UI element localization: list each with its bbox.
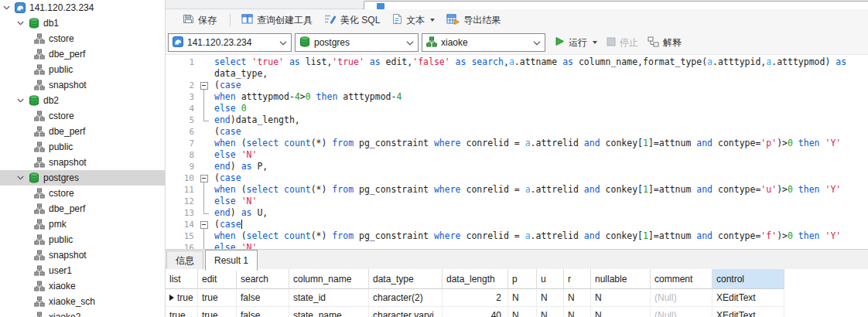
export-results-button[interactable]: 导出结果: [446, 13, 501, 27]
editor-code-text: when (select count(*) from pg_constraint…: [211, 138, 841, 149]
grid-cell-search[interactable]: false: [237, 289, 289, 307]
tree-item-xiaoke[interactable]: xiaoke: [0, 278, 165, 294]
tree-item-141-120-23-234[interactable]: 141.120.23.234: [0, 0, 165, 15]
expand-chevron-icon[interactable]: [16, 174, 24, 182]
grid-cell-comment[interactable]: (Null): [651, 307, 713, 317]
result-tab-result-1[interactable]: Result 1: [205, 250, 258, 271]
fold-marker-icon: [199, 114, 211, 126]
connection-select[interactable]: 141.120.23.234: [168, 33, 292, 52]
grid-header-data_length[interactable]: data_length: [443, 269, 508, 289]
tree-item-public[interactable]: public: [0, 139, 165, 155]
editor-line-10[interactable]: 10(case: [166, 172, 868, 184]
grid-cell-edit[interactable]: true: [198, 307, 237, 317]
run-button[interactable]: 运行: [555, 36, 597, 49]
grid-cell-value: N: [512, 310, 519, 317]
tree-item-xiaoke2[interactable]: xiaoke2: [0, 309, 165, 317]
editor-line-1[interactable]: 1select 'true' as list,'true' as edit,'f…: [166, 56, 868, 68]
editor-line-9[interactable]: 9end) as P,: [166, 161, 868, 172]
editor-line-4[interactable]: 4else 0: [166, 103, 868, 114]
grid-cell-edit[interactable]: true: [198, 289, 237, 307]
grid-header-comment[interactable]: comment: [651, 269, 713, 289]
grid-cell-search[interactable]: false: [237, 307, 289, 317]
tree-item-postgres[interactable]: postgres: [0, 170, 165, 186]
editor-line-8[interactable]: 8else 'N': [166, 149, 868, 161]
editor-line-7[interactable]: 7when (select count(*) from pg_constrain…: [166, 138, 868, 149]
grid-header-column_name[interactable]: column_name: [289, 269, 369, 289]
grid-cell-r[interactable]: N: [564, 289, 591, 307]
tree-item-snapshot[interactable]: snapshot: [0, 155, 165, 170]
database-select[interactable]: postgres: [295, 33, 419, 52]
grid-header-p[interactable]: p: [508, 269, 537, 289]
fold-marker-icon[interactable]: [199, 219, 211, 230]
tree-item-snapshot[interactable]: snapshot: [0, 77, 165, 93]
query-document-tab[interactable]: [364, 1, 868, 9]
grid-cell-nullable[interactable]: N: [591, 307, 651, 317]
grid-cell-column_name[interactable]: state_id: [289, 289, 369, 307]
result-tab--[interactable]: 信息: [166, 251, 203, 270]
grid-header-nullable[interactable]: nullable: [591, 269, 651, 289]
save-button[interactable]: 保存: [183, 13, 217, 27]
tree-item-dbe-perf[interactable]: dbe_perf: [0, 201, 165, 216]
schema-select[interactable]: xiaoke: [422, 33, 545, 52]
beautify-sql-button[interactable]: 美化 SQL: [324, 13, 380, 27]
grid-cell-p[interactable]: N: [508, 289, 537, 307]
grid-header-u[interactable]: u: [537, 269, 564, 289]
editor-line-3[interactable]: 3when atttypmod-4>0 then atttypmod-4: [166, 91, 868, 103]
tree-item-cstore[interactable]: cstore: [0, 108, 165, 124]
expand-chevron-icon[interactable]: [16, 19, 24, 27]
editor-line-14[interactable]: 14(case: [166, 219, 868, 230]
editor-line-13[interactable]: 13end) as U,: [166, 207, 868, 219]
line-number: 4: [166, 103, 199, 114]
grid-cell-u[interactable]: N: [537, 289, 564, 307]
grid-cell-data_length[interactable]: 2: [443, 289, 508, 307]
grid-cell-control[interactable]: XEditText: [713, 289, 784, 307]
editor-line-2[interactable]: 2(case: [166, 80, 868, 91]
tree-item-db1[interactable]: db1: [0, 15, 165, 31]
expand-chevron-icon[interactable]: [16, 97, 24, 104]
grid-header-control[interactable]: control: [713, 269, 784, 289]
tree-item-cstore[interactable]: cstore: [0, 186, 165, 201]
editor-line-15[interactable]: 15when (select count(*) from pg_constrai…: [166, 230, 868, 242]
tree-item-public[interactable]: public: [0, 62, 165, 77]
grid-cell-nullable[interactable]: N: [591, 289, 651, 307]
editor-line-11[interactable]: 11when (select count(*) from pg_constrai…: [166, 184, 868, 196]
grid-cell-value: false: [241, 292, 260, 303]
explain-button[interactable]: 解释: [648, 36, 682, 49]
tree-item-cstore[interactable]: cstore: [0, 31, 165, 46]
tree-item-dbe-perf[interactable]: dbe_perf: [0, 124, 165, 139]
grid-cell-value: N: [568, 310, 575, 317]
expand-chevron-icon[interactable]: [2, 4, 10, 12]
grid-header-data_type[interactable]: data_type: [369, 269, 443, 289]
grid-cell-data_type[interactable]: character(2): [369, 289, 443, 307]
fold-marker-icon[interactable]: [199, 80, 211, 91]
editor-line-wrap[interactable]: data_type,: [166, 68, 868, 80]
tree-item-db2[interactable]: db2: [0, 93, 165, 108]
grid-cell-data_type[interactable]: character varyi: [369, 307, 443, 317]
query-builder-button[interactable]: 查询创建工具: [241, 13, 313, 27]
grid-header-list[interactable]: list: [166, 269, 198, 289]
grid-cell-control[interactable]: XEditText: [713, 307, 784, 317]
text-view-button[interactable]: 文本: [391, 13, 435, 27]
tree-item-snapshot[interactable]: snapshot: [0, 247, 165, 263]
grid-header-search[interactable]: search: [237, 269, 289, 289]
grid-cell-list[interactable]: true: [166, 289, 198, 307]
grid-cell-r[interactable]: N: [564, 307, 591, 317]
tree-item-public[interactable]: public: [0, 232, 165, 247]
tree-item-user1[interactable]: user1: [0, 263, 165, 278]
grid-cell-data_length[interactable]: 40: [443, 307, 508, 317]
editor-line-12[interactable]: 12else 'N': [166, 196, 868, 207]
grid-header-edit[interactable]: edit: [198, 269, 237, 289]
sql-editor[interactable]: 1select 'true' as list,'true' as edit,'f…: [166, 54, 868, 251]
grid-cell-p[interactable]: N: [508, 307, 537, 317]
grid-header-r[interactable]: r: [564, 269, 591, 289]
grid-cell-comment[interactable]: (Null): [651, 289, 713, 307]
fold-marker-icon[interactable]: [199, 172, 211, 184]
tree-item-pmk[interactable]: pmk: [0, 216, 165, 232]
grid-cell-column_name[interactable]: state_name: [289, 307, 369, 317]
tree-item-dbe-perf[interactable]: dbe_perf: [0, 46, 165, 62]
editor-line-6[interactable]: 6(case: [166, 126, 868, 138]
editor-line-5[interactable]: 5end)data_length,: [166, 114, 868, 126]
grid-cell-list[interactable]: true: [166, 307, 198, 317]
grid-cell-u[interactable]: N: [537, 307, 564, 317]
tree-item-xiaoke-sch[interactable]: xiaoke_sch: [0, 294, 165, 309]
